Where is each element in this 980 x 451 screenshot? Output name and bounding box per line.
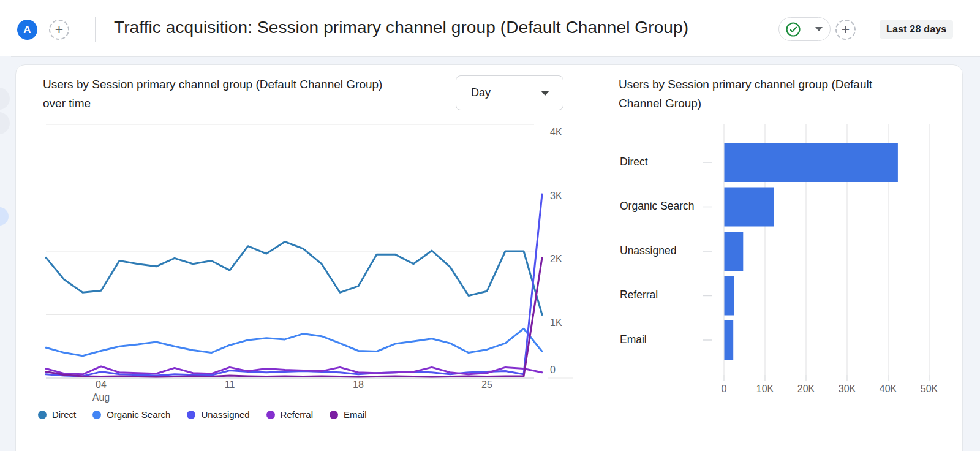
line-series-email <box>46 257 542 377</box>
header-bottom-divider <box>11 56 980 57</box>
legend-item-direct: Direct <box>38 409 76 420</box>
bar-referral <box>725 276 734 316</box>
x-axis-label: 50K <box>921 384 938 394</box>
left-rail-fragment <box>0 88 10 110</box>
bar-chart: 010K20K30K40K50KDirectOrganic SearchUnas… <box>612 116 956 404</box>
x-axis-label: 30K <box>839 384 856 394</box>
line-chart-legend: DirectOrganic SearchUnassignedReferralEm… <box>38 409 366 420</box>
approval-status-button[interactable] <box>778 17 831 41</box>
line-chart-title-line1: Users by Session primary channel group (… <box>43 75 441 94</box>
avatar[interactable]: A <box>17 20 37 40</box>
left-rail-fragment <box>0 112 10 134</box>
legend-item-referral: Referral <box>266 409 313 420</box>
legend-dot-icon <box>92 411 101 419</box>
bar-organic-search <box>725 188 774 227</box>
bar-category-label: Organic Search <box>620 200 695 212</box>
legend-dot-icon <box>330 411 338 419</box>
add-comparison-button[interactable]: + <box>49 20 69 40</box>
bar-category-label: Unassigned <box>620 244 676 257</box>
y-axis-label: 1K <box>550 317 562 328</box>
bar-chart-title: Users by Session primary channel group (… <box>619 75 913 113</box>
x-axis-label: 10K <box>756 384 774 394</box>
granularity-dropdown[interactable]: Day <box>456 75 564 110</box>
chevron-down-icon[interactable] <box>815 27 823 31</box>
x-axis-sublabel: Aug <box>92 392 110 403</box>
add-widget-button[interactable]: + <box>835 20 856 40</box>
dropdown-caret-icon <box>541 91 549 96</box>
x-axis-label: 40K <box>880 384 897 394</box>
granularity-value: Day <box>471 86 491 99</box>
y-axis-label: 2K <box>550 254 562 264</box>
legend-label: Email <box>344 409 367 420</box>
x-axis-label: 04 <box>96 379 107 390</box>
line-series-unassigned <box>46 194 542 376</box>
line-series-direct <box>46 242 542 315</box>
legend-dot-icon <box>187 411 195 419</box>
bar-unassigned <box>725 232 744 271</box>
legend-item-organic-search: Organic Search <box>92 409 170 420</box>
x-axis-label: 18 <box>353 379 364 390</box>
bar-email <box>725 320 734 360</box>
bar-category-label: Email <box>620 333 647 346</box>
legend-label: Organic Search <box>107 409 170 420</box>
x-axis-label: 0 <box>722 384 727 394</box>
legend-label: Unassigned <box>201 409 249 420</box>
line-chart-title: Users by Session primary channel group (… <box>43 75 441 113</box>
header-divider <box>95 17 96 42</box>
header-bar: A + Traffic acquisition: Session primary… <box>0 0 980 56</box>
x-axis-label: 25 <box>481 379 492 390</box>
left-rail-fragment <box>0 207 9 226</box>
y-axis-label: 0 <box>550 365 556 375</box>
check-circle-icon <box>785 21 801 37</box>
legend-item-email: Email <box>330 409 367 420</box>
bar-chart-svg: 010K20K30K40K50KDirectOrganic SearchUnas… <box>612 116 956 404</box>
legend-item-unassigned: Unassigned <box>187 409 249 420</box>
legend-label: Direct <box>52 409 76 420</box>
line-chart-svg: 01K2K3K4K04Aug111825 <box>37 119 576 414</box>
legend-dot-icon <box>38 411 47 419</box>
bar-category-label: Direct <box>620 156 648 168</box>
screenshot-root: A + Traffic acquisition: Session primary… <box>0 0 980 451</box>
date-range-badge: Last 28 days <box>880 20 953 39</box>
legend-dot-icon <box>266 411 275 419</box>
x-axis-label: 11 <box>225 379 235 390</box>
page-title: Traffic acquisition: Session primary cha… <box>114 18 688 37</box>
line-chart-title-line2: over time <box>43 94 441 113</box>
bar-direct <box>725 143 898 182</box>
line-chart: 01K2K3K4K04Aug111825 <box>37 119 576 414</box>
bar-category-label: Referral <box>620 289 658 301</box>
x-axis-label: 20K <box>797 384 815 394</box>
legend-label: Referral <box>281 409 313 420</box>
line-series-organic-search <box>46 328 542 356</box>
y-axis-label: 3K <box>550 191 562 201</box>
y-axis-label: 4K <box>550 127 562 137</box>
